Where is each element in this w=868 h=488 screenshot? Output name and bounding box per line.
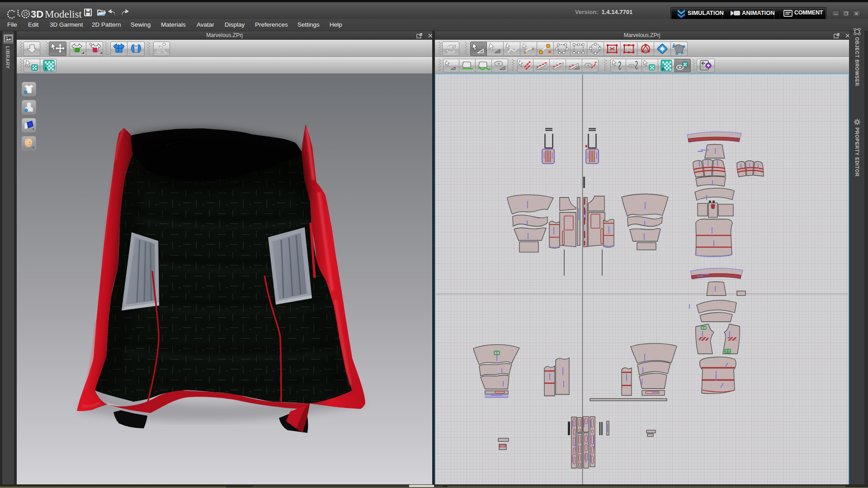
svg-text:3D: 3D bbox=[31, 9, 43, 19]
svg-text:P: P bbox=[45, 66, 47, 71]
svg-text:Modelist: Modelist bbox=[45, 9, 82, 19]
